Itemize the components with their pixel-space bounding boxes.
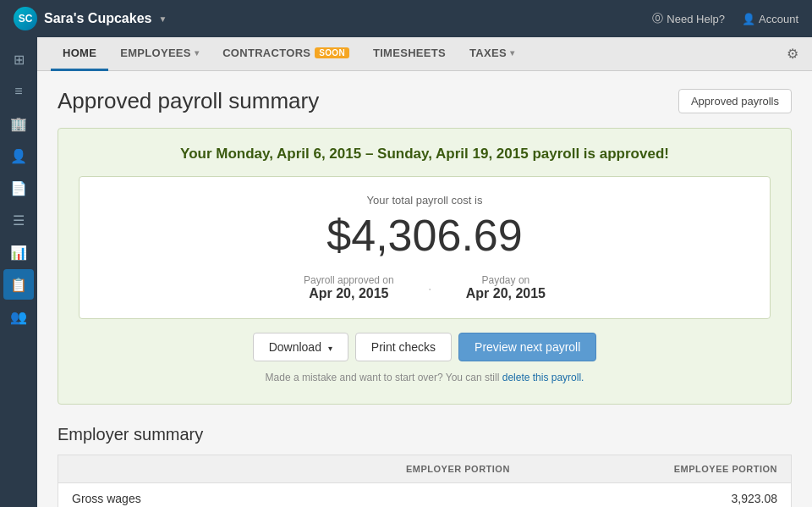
sidebar-item-checklist[interactable]: ☰ xyxy=(3,205,34,235)
restart-text: Made a mistake and want to start over? Y… xyxy=(266,372,502,383)
help-icon: ⓪ xyxy=(652,11,663,26)
settings-icon[interactable]: ⚙ xyxy=(787,46,798,62)
approved-date-value: Apr 20, 2015 xyxy=(304,286,394,301)
sidebar-item-team[interactable]: 👥 xyxy=(3,301,34,332)
help-label: Need Help? xyxy=(667,13,725,25)
employees-dropdown-arrow: ▾ xyxy=(195,48,199,58)
payday-date-value: Apr 20, 2015 xyxy=(466,286,546,301)
restart-note: Made a mistake and want to start over? Y… xyxy=(79,372,771,383)
sidebar-item-person[interactable]: 👤 xyxy=(3,141,34,171)
row-gross-wages-employer xyxy=(255,483,524,508)
tab-timesheets[interactable]: TIMESHEETS xyxy=(361,37,458,71)
page-title: Approved payroll summary xyxy=(58,88,319,114)
sidebar: ⊞ ≡ 🏢 👤 📄 ☰ 📊 📋 👥 xyxy=(0,37,37,507)
building-icon: 🏢 xyxy=(10,116,27,132)
employer-summary-title: Employer summary xyxy=(58,425,792,444)
sidebar-item-payroll[interactable]: 📋 xyxy=(3,269,34,300)
sidebar-item-dashboard[interactable]: ⊞ xyxy=(3,44,34,74)
delete-payroll-link[interactable]: delete this payroll. xyxy=(502,372,584,383)
app-body: ⊞ ≡ 🏢 👤 📄 ☰ 📊 📋 👥 HOME xyxy=(0,37,812,507)
checklist-icon: ☰ xyxy=(13,212,25,229)
table-row: Gross wages 3,923.08 xyxy=(58,483,792,508)
payroll-icon: 📋 xyxy=(10,277,27,293)
contractors-badge: SOON xyxy=(315,47,349,58)
approval-card: Your Monday, April 6, 2015 – Sunday, Apr… xyxy=(58,128,792,405)
employer-summary-section: Employer summary EMPLOYER PORTION EMPLOY… xyxy=(58,425,792,507)
page-header: Approved payroll summary Approved payrol… xyxy=(58,88,792,114)
row-gross-wages-label: Gross wages xyxy=(58,483,256,508)
tab-home[interactable]: HOME xyxy=(51,37,108,71)
tab-taxes[interactable]: TAXES ▾ xyxy=(458,37,526,71)
account-icon: 👤 xyxy=(742,13,755,25)
download-dropdown-arrow: ▾ xyxy=(328,344,332,353)
download-button[interactable]: Download ▾ xyxy=(253,333,348,361)
tab-contractors[interactable]: CONTRACTORS SOON xyxy=(211,37,361,71)
payroll-cost-label: Your total payroll cost is xyxy=(100,194,749,207)
approval-title: Your Monday, April 6, 2015 – Sunday, Apr… xyxy=(79,146,771,163)
print-checks-button[interactable]: Print checks xyxy=(355,333,452,361)
sidebar-item-document[interactable]: 📄 xyxy=(3,173,34,203)
sidebar-item-chart[interactable]: 📊 xyxy=(3,237,34,267)
account-link[interactable]: 👤 Account xyxy=(742,13,798,25)
col-employer-header: EMPLOYER PORTION xyxy=(255,455,524,483)
approved-label: Payroll approved on xyxy=(304,274,394,286)
approval-actions: Download ▾ Print checks Preview next pay… xyxy=(79,333,771,361)
taxes-dropdown-arrow: ▾ xyxy=(510,48,514,58)
list-icon: ≡ xyxy=(14,84,22,99)
content-area: HOME EMPLOYEES ▾ CONTRACTORS SOON TIMESH… xyxy=(37,37,812,507)
sidebar-item-building[interactable]: 🏢 xyxy=(3,108,34,139)
tab-employees[interactable]: EMPLOYEES ▾ xyxy=(108,37,211,71)
payroll-amount-box: Your total payroll cost is $4,306.69 Pay… xyxy=(79,176,771,319)
chart-icon: 📊 xyxy=(10,245,27,261)
approved-payrolls-button[interactable]: Approved payrolls xyxy=(678,89,792,113)
person-icon: 👤 xyxy=(10,148,27,164)
team-icon: 👥 xyxy=(10,309,27,325)
sidebar-item-list[interactable]: ≡ xyxy=(3,76,34,107)
brand-dropdown-arrow[interactable]: ▼ xyxy=(158,14,167,24)
summary-table: EMPLOYER PORTION EMPLOYEE PORTION Gross … xyxy=(58,455,792,507)
preview-next-payroll-button[interactable]: Preview next payroll xyxy=(458,333,596,361)
dashboard-icon: ⊞ xyxy=(14,52,25,68)
date-separator: · xyxy=(428,274,432,301)
help-link[interactable]: ⓪ Need Help? xyxy=(652,11,725,26)
payroll-approved-date: Payroll approved on Apr 20, 2015 xyxy=(304,274,394,301)
account-label: Account xyxy=(759,13,798,25)
tab-bar: HOME EMPLOYEES ▾ CONTRACTORS SOON TIMESH… xyxy=(37,37,812,71)
payday-label: Payday on xyxy=(466,274,546,286)
page-content: Approved payroll summary Approved payrol… xyxy=(37,71,812,507)
col-label-header xyxy=(58,455,256,483)
row-gross-wages-employee: 3,923.08 xyxy=(524,483,792,508)
payroll-dates: Payroll approved on Apr 20, 2015 · Payda… xyxy=(100,274,749,301)
payroll-payday-date: Payday on Apr 20, 2015 xyxy=(466,274,546,301)
navbar: SC Sara's Cupcakes ▼ ⓪ Need Help? 👤 Acco… xyxy=(0,0,812,37)
payroll-amount: $4,306.69 xyxy=(100,210,749,261)
document-icon: 📄 xyxy=(10,180,27,196)
col-employee-header: EMPLOYEE PORTION xyxy=(524,455,792,483)
navbar-right: ⓪ Need Help? 👤 Account xyxy=(652,11,798,26)
table-header-row: EMPLOYER PORTION EMPLOYEE PORTION xyxy=(58,455,792,483)
brand-name: Sara's Cupcakes xyxy=(44,11,151,26)
brand[interactable]: SC Sara's Cupcakes ▼ xyxy=(14,7,652,30)
brand-logo: SC xyxy=(14,7,37,30)
